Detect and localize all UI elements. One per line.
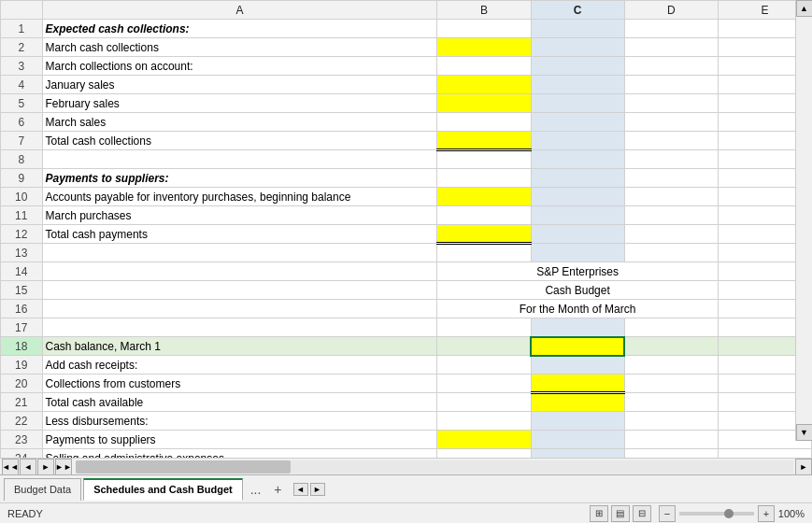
scroll-sheets-left[interactable]: ◄ (293, 483, 308, 496)
cell-c17[interactable] (531, 318, 624, 337)
cell-c11[interactable] (531, 206, 624, 225)
cell-c23[interactable] (531, 431, 624, 449)
cell-d8[interactable] (624, 150, 718, 169)
vertical-scrollbar[interactable]: ▲ ▼ (795, 0, 812, 441)
cell-a16[interactable] (42, 300, 437, 318)
cell-d4[interactable] (624, 76, 718, 94)
add-sheet-btn[interactable]: + (268, 478, 287, 501)
cell-a21[interactable]: Total cash available (42, 393, 437, 412)
cell-a8[interactable] (42, 150, 437, 169)
cell-a2[interactable]: March cash collections (42, 38, 437, 57)
first-sheet-btn[interactable]: ◄◄ (2, 459, 19, 475)
scroll-down-btn[interactable]: ▼ (796, 424, 813, 441)
cell-d11[interactable] (624, 206, 718, 225)
next-sheet-btn[interactable]: ► (37, 459, 54, 475)
cell-b15[interactable]: Cash Budget (437, 281, 718, 300)
cell-b3[interactable] (437, 57, 531, 76)
cell-a6[interactable]: March sales (42, 113, 437, 132)
cell-b21[interactable] (437, 393, 531, 412)
last-sheet-btn[interactable]: ►► (55, 459, 72, 475)
cell-a9[interactable]: Payments to suppliers: (42, 169, 437, 188)
cell-b16[interactable]: For the Month of March (437, 300, 718, 318)
cell-d18[interactable] (624, 337, 718, 356)
cell-d17[interactable] (624, 318, 718, 337)
cell-d13[interactable] (624, 244, 718, 262)
cell-b9[interactable] (437, 169, 531, 188)
cell-a3[interactable]: March collections on account: (42, 57, 437, 76)
cell-e24[interactable] (718, 449, 811, 459)
cell-a19[interactable]: Add cash receipts: (42, 356, 437, 375)
cell-c22[interactable] (531, 412, 624, 431)
cell-d10[interactable] (624, 188, 718, 206)
cell-a15[interactable] (42, 281, 437, 300)
cell-d12[interactable] (624, 225, 718, 244)
tab-budget-data[interactable]: Budget Data (4, 478, 81, 501)
tab-schedules-cash-budget[interactable]: Schedules and Cash Budget (83, 478, 243, 501)
cell-c13[interactable] (531, 244, 624, 262)
cell-a11[interactable]: March purchases (42, 206, 437, 225)
cell-a5[interactable]: February sales (42, 94, 437, 113)
cell-c8[interactable] (531, 150, 624, 169)
cell-b13[interactable] (437, 244, 531, 262)
cell-a18[interactable]: Cash balance, March 1 (42, 337, 437, 356)
cell-a7[interactable]: Total cash collections (42, 132, 437, 150)
cell-b19[interactable] (437, 356, 531, 375)
cell-d24[interactable] (624, 449, 718, 459)
cell-b2[interactable] (437, 38, 531, 57)
cell-c1[interactable] (531, 20, 624, 38)
cell-b5[interactable] (437, 94, 531, 113)
cell-a23[interactable]: Payments to suppliers (42, 431, 437, 449)
normal-view-btn[interactable]: ⊞ (590, 505, 608, 522)
cell-a4[interactable]: January sales (42, 76, 437, 94)
cell-a20[interactable]: Collections from customers (42, 375, 437, 393)
cell-a1[interactable]: Expected cash collections: (42, 20, 437, 38)
scroll-right-btn[interactable]: ► (795, 459, 812, 475)
cell-a12[interactable]: Total cash payments (42, 225, 437, 244)
cell-d21[interactable] (624, 393, 718, 412)
cell-d2[interactable] (624, 38, 718, 57)
cell-c24[interactable] (531, 449, 624, 459)
cell-a14[interactable] (42, 262, 437, 281)
cell-c18-active[interactable] (531, 337, 624, 356)
cell-c20[interactable] (531, 375, 624, 393)
cell-d3[interactable] (624, 57, 718, 76)
col-header-d[interactable]: D (624, 1, 718, 20)
zoom-slider[interactable] (679, 512, 754, 516)
cell-d7[interactable] (624, 132, 718, 150)
cell-c7[interactable] (531, 132, 624, 150)
cell-c3[interactable] (531, 57, 624, 76)
cell-b4[interactable] (437, 76, 531, 94)
cell-b12[interactable] (437, 225, 531, 244)
col-header-a[interactable]: A (42, 1, 437, 20)
cell-a10[interactable]: Accounts payable for inventory purchases… (42, 188, 437, 206)
cell-a24[interactable]: Selling and administrative expenses (42, 449, 437, 459)
cell-c2[interactable] (531, 38, 624, 57)
cell-d23[interactable] (624, 431, 718, 449)
scroll-up-btn[interactable]: ▲ (796, 0, 813, 17)
cell-d6[interactable] (624, 113, 718, 132)
cell-c10[interactable] (531, 188, 624, 206)
cell-c9[interactable] (531, 169, 624, 188)
cell-b7[interactable] (437, 132, 531, 150)
cell-b17[interactable] (437, 318, 531, 337)
cell-a22[interactable]: Less disbursements: (42, 412, 437, 431)
cell-b24[interactable] (437, 449, 531, 459)
cell-d1[interactable] (624, 20, 718, 38)
h-scroll-track[interactable] (76, 460, 793, 474)
cell-a17[interactable] (42, 318, 437, 337)
cell-b10[interactable] (437, 188, 531, 206)
cell-d20[interactable] (624, 375, 718, 393)
cell-d19[interactable] (624, 356, 718, 375)
cell-c6[interactable] (531, 113, 624, 132)
cell-b20[interactable] (437, 375, 531, 393)
zoom-in-btn[interactable]: + (758, 505, 775, 522)
prev-sheet-btn[interactable]: ◄ (20, 459, 36, 475)
cell-b11[interactable] (437, 206, 531, 225)
cell-b8[interactable] (437, 150, 531, 169)
cell-c5[interactable] (531, 94, 624, 113)
cell-d5[interactable] (624, 94, 718, 113)
cell-a13[interactable] (42, 244, 437, 262)
cell-d22[interactable] (624, 412, 718, 431)
scroll-sheets-right[interactable]: ► (310, 483, 325, 496)
cell-c4[interactable] (531, 76, 624, 94)
